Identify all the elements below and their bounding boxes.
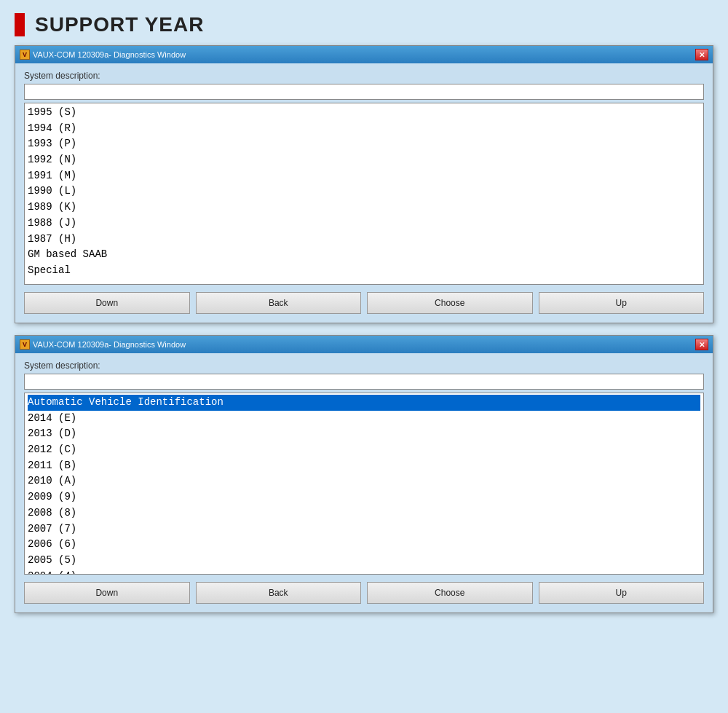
window-2-titlebar: V VAUX-COM 120309a- Diagnostics Window ✕	[15, 336, 713, 353]
list-item[interactable]: 2011 (B)	[28, 458, 700, 474]
window-2-choose-button[interactable]: Choose	[367, 582, 533, 604]
window-2-close-button[interactable]: ✕	[695, 339, 708, 350]
window-1-up-button[interactable]: Up	[539, 292, 705, 314]
list-item[interactable]: 2005 (5)	[28, 553, 700, 569]
list-item[interactable]: Special	[28, 263, 700, 279]
page-header: SUPPORT YEAR	[0, 0, 728, 45]
window-1-choose-button[interactable]: Choose	[367, 292, 533, 314]
window-2-title: VAUX-COM 120309a- Diagnostics Window	[33, 340, 186, 349]
list-item[interactable]: 2008 (8)	[28, 505, 700, 521]
list-item[interactable]: 1987 (H)	[28, 232, 700, 248]
window-2-body: System description: Automatic Vehicle Id…	[15, 353, 713, 612]
window-1-body: System description: 1995 (S)1994 (R)1993…	[15, 63, 713, 323]
window-2: V VAUX-COM 120309a- Diagnostics Window ✕…	[15, 335, 713, 613]
window-2-titlebar-left: V VAUX-COM 120309a- Diagnostics Window	[20, 339, 186, 350]
list-item[interactable]: Automatic Vehicle Identification	[28, 395, 700, 411]
window-1-down-button[interactable]: Down	[24, 292, 190, 314]
list-item[interactable]: 2012 (C)	[28, 442, 700, 458]
window-2-list-box[interactable]: Automatic Vehicle Identification2014 (E)…	[24, 393, 704, 575]
list-item[interactable]: 2013 (D)	[28, 426, 700, 442]
list-item[interactable]: 1995 (S)	[28, 105, 700, 121]
list-item[interactable]: GM based SAAB	[28, 247, 700, 263]
window-1-app-icon: V	[20, 50, 30, 60]
window-1-titlebar-left: V VAUX-COM 120309a- Diagnostics Window	[20, 50, 186, 60]
list-item[interactable]: 1988 (J)	[28, 216, 700, 232]
window-1-list-box[interactable]: 1995 (S)1994 (R)1993 (P)1992 (N)1991 (M)…	[24, 103, 704, 285]
window-1-close-button[interactable]: ✕	[695, 49, 708, 60]
list-item[interactable]: 1991 (M)	[28, 168, 700, 184]
window-1-search-input[interactable]	[24, 84, 704, 100]
window-2-app-icon: V	[20, 339, 30, 350]
window-2-button-row: Down Back Choose Up	[24, 582, 704, 604]
list-item[interactable]: 1994 (R)	[28, 121, 700, 137]
list-item[interactable]: 2014 (E)	[28, 411, 700, 427]
window-1-title: VAUX-COM 120309a- Diagnostics Window	[33, 50, 186, 59]
window-1-titlebar: V VAUX-COM 120309a- Diagnostics Window ✕	[15, 46, 713, 63]
window-2-down-button[interactable]: Down	[24, 582, 190, 604]
window-1-button-row: Down Back Choose Up	[24, 292, 704, 314]
list-item[interactable]: 1992 (N)	[28, 152, 700, 168]
list-item[interactable]: 1990 (L)	[28, 184, 700, 200]
list-item[interactable]: 1993 (P)	[28, 136, 700, 152]
page-title: SUPPORT YEAR	[35, 13, 204, 36]
list-item[interactable]: 2004 (4)	[28, 569, 700, 575]
window-2-search-input[interactable]	[24, 374, 704, 390]
window-1: V VAUX-COM 120309a- Diagnostics Window ✕…	[15, 45, 713, 323]
list-item[interactable]: 1989 (K)	[28, 200, 700, 216]
list-item[interactable]: 2009 (9)	[28, 489, 700, 505]
window-2-back-button[interactable]: Back	[196, 582, 362, 604]
list-item[interactable]: 2010 (A)	[28, 473, 700, 489]
list-item[interactable]: 2007 (7)	[28, 521, 700, 537]
window-1-system-desc-label: System description:	[24, 71, 704, 81]
window-2-up-button[interactable]: Up	[539, 582, 705, 604]
list-item[interactable]: 2006 (6)	[28, 537, 700, 553]
window-1-back-button[interactable]: Back	[196, 292, 362, 314]
window-2-system-desc-label: System description:	[24, 361, 704, 371]
red-indicator	[15, 13, 25, 36]
